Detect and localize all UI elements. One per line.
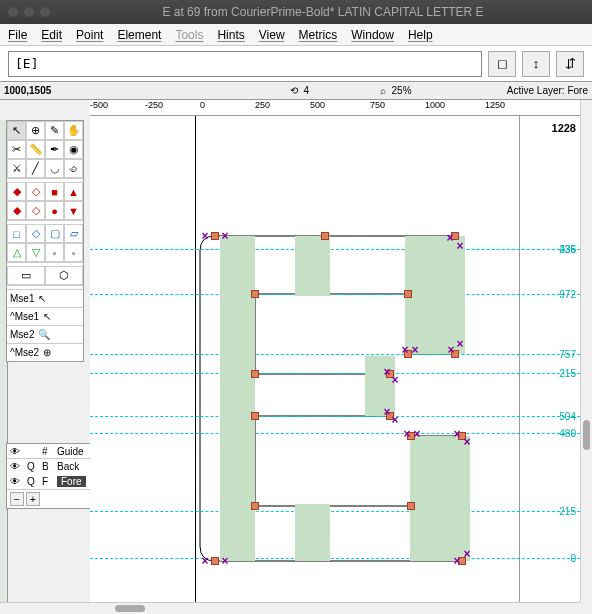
guide-label: 972 xyxy=(559,289,576,300)
guide-label: 215 xyxy=(559,506,576,517)
control-handle[interactable]: × xyxy=(410,345,420,355)
control-handle[interactable]: × xyxy=(462,437,472,447)
anchor-point[interactable] xyxy=(251,290,259,298)
glyph-canvas[interactable]: 1228 2364359727572155044802150××××××××××… xyxy=(90,116,580,602)
magnify-icon: ⌕ xyxy=(380,85,386,96)
add-tangent-point[interactable]: ▲ xyxy=(64,182,83,201)
tool-e1[interactable]: ◦ xyxy=(45,243,64,262)
menu-bar: File Edit Point Element Tools Hints View… xyxy=(0,24,592,46)
pen-tool[interactable]: ✒ xyxy=(45,140,64,159)
freehand-tool[interactable]: ✎ xyxy=(45,121,64,140)
horizontal-scrollbar[interactable] xyxy=(0,602,580,614)
menu-view[interactable]: View xyxy=(259,28,285,42)
rotate3d-tool[interactable]: △ xyxy=(7,243,26,262)
menu-help[interactable]: Help xyxy=(408,28,433,42)
add-point-alt3[interactable]: ● xyxy=(45,201,64,220)
anchor-point[interactable] xyxy=(251,370,259,378)
control-handle[interactable]: × xyxy=(390,415,400,425)
horizontal-guide[interactable] xyxy=(90,373,580,374)
cut-tool[interactable]: ✂ xyxy=(7,140,26,159)
menu-metrics[interactable]: Metrics xyxy=(299,28,338,42)
layer-add-button[interactable]: + xyxy=(26,492,40,506)
add-point-alt[interactable]: ◆ xyxy=(7,201,26,220)
skew-tool[interactable]: ▱ xyxy=(64,224,83,243)
layer-remove-button[interactable]: − xyxy=(10,492,24,506)
measure-tool[interactable]: ╱ xyxy=(26,159,45,178)
ruler-tool[interactable]: 📏 xyxy=(26,140,45,159)
menu-edit[interactable]: Edit xyxy=(41,28,62,42)
menu-window[interactable]: Window xyxy=(351,28,394,42)
menu-file[interactable]: File xyxy=(8,28,27,42)
horizontal-guide[interactable] xyxy=(90,433,580,434)
horizontal-ruler[interactable]: -500-250025050075010001250 xyxy=(90,100,580,116)
anchor-point[interactable] xyxy=(404,290,412,298)
control-handle[interactable]: × xyxy=(455,241,465,251)
anchor-point[interactable] xyxy=(251,412,259,420)
cursor-coords: 1000,1505 xyxy=(4,85,51,96)
glyph-name-input[interactable] xyxy=(8,51,482,77)
add-corner-point[interactable]: ■ xyxy=(45,182,64,201)
menu-element[interactable]: Element xyxy=(117,28,161,42)
scrollbar-thumb[interactable] xyxy=(583,420,590,450)
hand-tool[interactable]: ✋ xyxy=(64,121,83,140)
horizontal-guide[interactable] xyxy=(90,558,580,559)
zoom-readout: ⌕ 25% xyxy=(380,85,412,96)
vertical-scrollbar[interactable] xyxy=(580,100,592,602)
horizontal-guide[interactable] xyxy=(90,354,580,355)
ellipse-tool[interactable]: ⬡ xyxy=(45,266,83,285)
control-handle[interactable]: × xyxy=(452,429,462,439)
toolbar-button-1[interactable]: ◻ xyxy=(488,51,516,77)
control-handle[interactable]: × xyxy=(412,429,422,439)
anchor-point[interactable] xyxy=(321,232,329,240)
horizontal-guide[interactable] xyxy=(90,416,580,417)
guide-label: 480 xyxy=(559,428,576,439)
control-handle[interactable]: × xyxy=(390,375,400,385)
spiro-tool[interactable]: ◉ xyxy=(64,140,83,159)
control-handle[interactable]: × xyxy=(462,549,472,559)
scrollbar-thumb[interactable] xyxy=(115,605,145,612)
anchor-point[interactable] xyxy=(211,232,219,240)
horizontal-guide[interactable] xyxy=(90,511,580,512)
zoom-icon[interactable] xyxy=(40,7,50,17)
curve-tool[interactable]: ◡ xyxy=(45,159,64,178)
add-point-alt4[interactable]: ▼ xyxy=(64,201,83,220)
horizontal-guide[interactable] xyxy=(90,249,580,250)
horizontal-guide[interactable] xyxy=(90,294,580,295)
tool-e2[interactable]: ◦ xyxy=(64,243,83,262)
flip-tool[interactable]: ◇ xyxy=(26,224,45,243)
control-handle[interactable]: × xyxy=(455,339,465,349)
pointer-tool[interactable]: ↖ xyxy=(7,121,26,140)
scale-tool[interactable]: □ xyxy=(7,224,26,243)
toolbar-button-3[interactable]: ⇵ xyxy=(556,51,584,77)
rotation-readout: ⟲ 4 xyxy=(290,85,309,96)
anchor-point[interactable] xyxy=(211,557,219,565)
spiral-tool[interactable]: ꩜ xyxy=(64,159,83,178)
mouse-binding-2: ^Mse1↖ xyxy=(7,307,83,325)
control-handle[interactable]: × xyxy=(445,233,455,243)
control-handle[interactable]: × xyxy=(220,556,230,566)
magnify-tool[interactable]: ⊕ xyxy=(26,121,45,140)
control-handle[interactable]: × xyxy=(452,556,462,566)
menu-tools[interactable]: Tools xyxy=(175,28,203,42)
toolbar-button-2[interactable]: ↕ xyxy=(522,51,550,77)
close-icon[interactable] xyxy=(8,7,18,17)
knife-tool[interactable]: ⚔ xyxy=(7,159,26,178)
menu-hints[interactable]: Hints xyxy=(217,28,244,42)
perspective-tool[interactable]: ▽ xyxy=(26,243,45,262)
control-handle[interactable]: × xyxy=(402,429,412,439)
add-hv-curve-point[interactable]: ◇ xyxy=(26,182,45,201)
rect-tool[interactable]: ▭ xyxy=(7,266,45,285)
control-handle[interactable]: × xyxy=(200,231,210,241)
control-handle[interactable]: × xyxy=(200,556,210,566)
window-controls[interactable] xyxy=(8,7,50,17)
minimize-icon[interactable] xyxy=(24,7,34,17)
window-title: E at 69 from CourierPrime-Bold* LATIN CA… xyxy=(62,5,584,19)
add-curve-point[interactable]: ◆ xyxy=(7,182,26,201)
control-handle[interactable]: × xyxy=(400,345,410,355)
add-point-alt2[interactable]: ◇ xyxy=(26,201,45,220)
anchor-point[interactable] xyxy=(251,502,259,510)
rotate-tool[interactable]: ▢ xyxy=(45,224,64,243)
menu-point[interactable]: Point xyxy=(76,28,103,42)
control-handle[interactable]: × xyxy=(220,231,230,241)
anchor-point[interactable] xyxy=(407,502,415,510)
